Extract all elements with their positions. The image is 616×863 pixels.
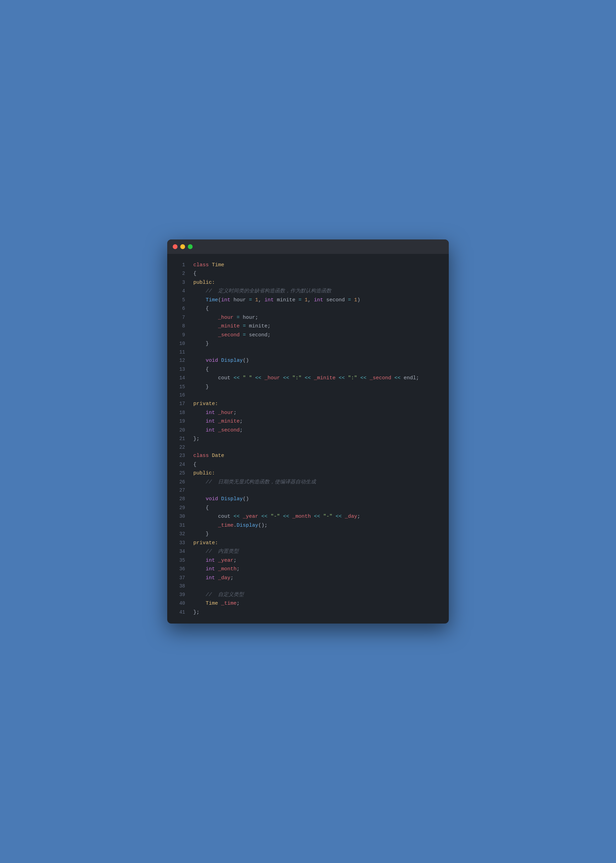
- token-var-name: _minite: [218, 419, 240, 424]
- token-var-name: _second: [218, 427, 240, 433]
- token-plain: ;: [230, 575, 234, 581]
- line-content: int _minite;: [193, 417, 442, 426]
- token-op: =: [237, 315, 240, 321]
- code-line: 1class Time: [167, 261, 449, 270]
- token-plain: [311, 513, 314, 520]
- token-plain: {: [193, 505, 209, 511]
- token-plain: [267, 513, 270, 520]
- line-content: class Date: [193, 452, 442, 460]
- token-fn-name: Time: [206, 297, 218, 303]
- token-plain: [345, 375, 348, 381]
- token-plain: [215, 419, 218, 424]
- code-line: 15 }: [167, 383, 449, 392]
- line-number: 18: [174, 409, 185, 417]
- token-number: 1: [305, 297, 308, 303]
- code-line: 18 int _hour;: [167, 408, 449, 417]
- close-button[interactable]: [173, 244, 178, 249]
- token-plain: ;: [357, 513, 360, 520]
- token-plain: };: [193, 609, 200, 615]
- token-plain: [234, 315, 237, 321]
- token-plain: [240, 332, 243, 338]
- token-comment: // 内置类型: [206, 549, 239, 554]
- token-plain: [193, 410, 206, 416]
- token-var-name: _month: [292, 513, 311, 520]
- line-number: 37: [174, 574, 185, 582]
- token-var-name: _day: [218, 575, 230, 581]
- code-line: 14 cout << " " << _hour << ":" << _minit…: [167, 374, 449, 383]
- token-kw-class: class: [193, 453, 212, 459]
- token-kw-public: public:: [193, 280, 215, 285]
- token-plain: ;: [234, 410, 237, 416]
- code-line: 41};: [167, 608, 449, 617]
- code-line: 3public:: [167, 278, 449, 287]
- code-line: 39 // 自定义类型: [167, 591, 449, 600]
- line-content: {: [193, 460, 442, 469]
- token-plain: [215, 566, 218, 572]
- token-plain: [280, 375, 283, 381]
- token-kw-int: int: [314, 297, 323, 303]
- token-var-name: _minite: [314, 375, 335, 381]
- line-number: 36: [174, 565, 185, 573]
- line-content: _minite = minite;: [193, 322, 442, 331]
- code-line: 29 {: [167, 504, 449, 513]
- minimize-button[interactable]: [180, 244, 185, 249]
- token-plain: [335, 375, 339, 381]
- line-number: 40: [174, 600, 185, 608]
- token-plain: [261, 375, 264, 381]
- token-op: <<: [339, 375, 345, 381]
- token-plain: (): [243, 357, 249, 364]
- code-line: 19 int _minite;: [167, 417, 449, 426]
- code-editor: 1class Time2{3public:4 // 定义时间类的全缺省构造函数，…: [167, 254, 449, 624]
- code-line: 38: [167, 582, 449, 591]
- code-line: 30 cout << _year << "-" << _month << "-"…: [167, 512, 449, 521]
- token-plain: [193, 427, 206, 433]
- line-number: 10: [174, 340, 185, 348]
- code-line: 10 }: [167, 339, 449, 348]
- token-fn-name: Display: [237, 523, 258, 528]
- token-plain: [193, 288, 206, 294]
- code-line: 2{: [167, 269, 449, 278]
- line-content: Time _time;: [193, 599, 442, 608]
- code-line: 23class Date: [167, 452, 449, 460]
- token-plain: second;: [246, 332, 270, 338]
- token-var-name: _second: [369, 375, 391, 381]
- line-number: 26: [174, 478, 185, 487]
- code-line: 7 _hour = hour;: [167, 313, 449, 322]
- token-fn-name: Display: [221, 357, 243, 364]
- line-content: int _hour;: [193, 408, 442, 417]
- token-kw-public: public:: [193, 470, 215, 476]
- line-number: 3: [174, 279, 185, 287]
- line-content: // 自定义类型: [193, 591, 442, 600]
- line-number: 16: [174, 391, 185, 400]
- line-number: 20: [174, 426, 185, 435]
- token-plain: }: [193, 341, 209, 346]
- token-op: <<: [314, 513, 320, 520]
- token-plain: cout: [193, 513, 234, 520]
- token-plain: [240, 375, 243, 381]
- line-number: 7: [174, 313, 185, 322]
- line-number: 13: [174, 365, 185, 374]
- token-plain: [193, 523, 218, 528]
- token-plain: cout: [193, 375, 234, 381]
- token-plain: (: [218, 297, 221, 303]
- token-plain: [193, 496, 206, 502]
- code-line: 32 }: [167, 530, 449, 539]
- token-plain: [193, 592, 206, 598]
- code-line: 11: [167, 348, 449, 357]
- line-content: {: [193, 504, 442, 513]
- token-kw-int: int: [206, 575, 215, 581]
- token-plain: [351, 297, 354, 303]
- code-window: 1class Time2{3public:4 // 定义时间类的全缺省构造函数，…: [167, 239, 449, 624]
- maximize-button[interactable]: [188, 244, 193, 249]
- line-content: }: [193, 530, 442, 539]
- code-line: 31 _time.Display();: [167, 521, 449, 530]
- token-plain: [193, 323, 218, 329]
- line-content: cout << _year << "-" << _month << "-" <<…: [193, 512, 442, 521]
- token-plain: minite;: [246, 323, 270, 329]
- token-plain: [193, 566, 206, 572]
- token-op: <<: [283, 513, 289, 520]
- token-plain: [289, 375, 292, 381]
- token-kw-time: Time: [206, 600, 218, 606]
- code-line: 28 void Display(): [167, 495, 449, 504]
- line-number: 22: [174, 444, 185, 452]
